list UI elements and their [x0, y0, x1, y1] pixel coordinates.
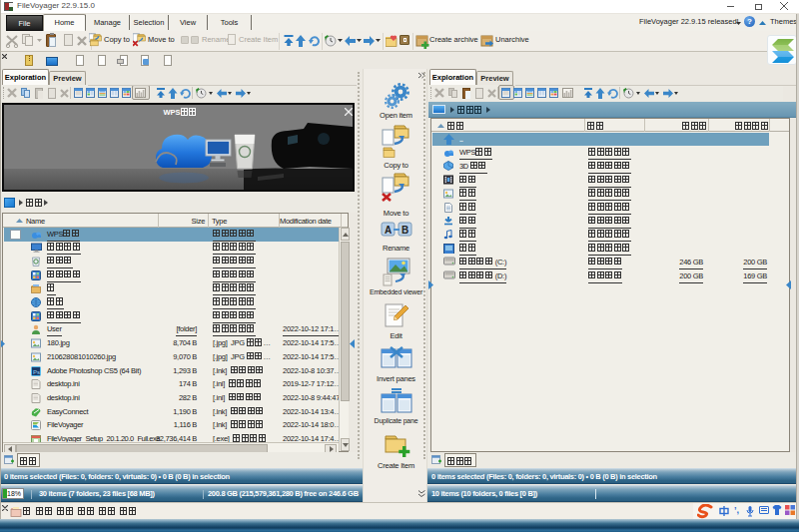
- svg-text:B: B: [401, 225, 408, 236]
- svg-text:A: A: [385, 225, 392, 236]
- svg-text:Ps: Ps: [33, 368, 40, 374]
